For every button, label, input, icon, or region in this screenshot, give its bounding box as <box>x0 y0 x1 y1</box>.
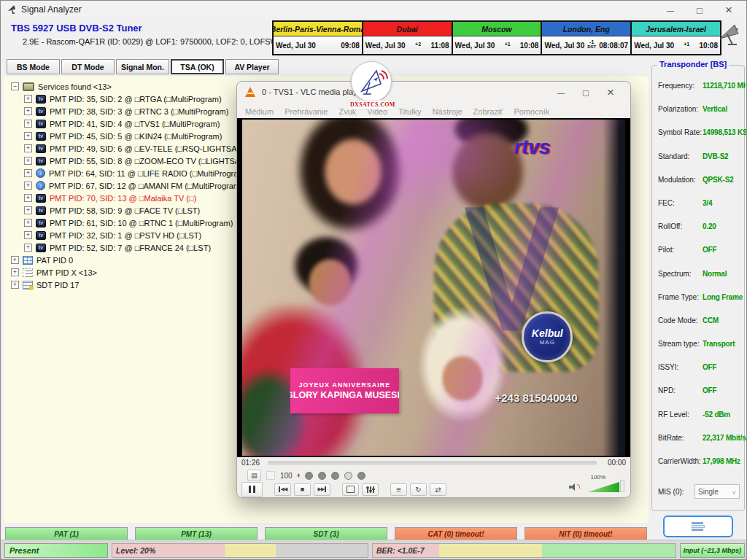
vlc-menu-item[interactable]: Pomocník <box>514 107 549 116</box>
expand-icon[interactable] <box>24 194 32 202</box>
expand-icon[interactable] <box>24 120 32 128</box>
service-type-icon <box>36 231 46 240</box>
speed-stepper[interactable] <box>298 473 300 478</box>
frame-step-icon[interactable] <box>247 470 261 481</box>
mode-tab[interactable]: TSA (OK) <box>171 59 224 74</box>
expand-icon[interactable] <box>24 219 32 227</box>
dxsatcs-caption: DXSATCS.COM <box>349 100 394 109</box>
expand-icon[interactable] <box>11 268 19 276</box>
service-label: PMT PID: 67, SID: 12 @ □AMANI FM (□Multi… <box>49 182 243 190</box>
vlc-close-icon[interactable] <box>598 83 623 102</box>
clock-date: Wed, Jul 30 <box>276 42 316 50</box>
expand-icon[interactable] <box>24 244 32 252</box>
expand-icon[interactable] <box>11 256 19 264</box>
transponder-label: Stream type: <box>658 340 700 348</box>
expand-icon[interactable] <box>24 206 32 214</box>
shuffle-button[interactable] <box>430 483 446 496</box>
status-dot-icon <box>318 472 326 480</box>
expand-icon[interactable] <box>24 144 32 152</box>
clock-utc-offset: +1 <box>684 42 689 47</box>
fullscreen-button[interactable] <box>342 483 359 496</box>
vlc-minimize-icon[interactable] <box>549 83 573 102</box>
expand-icon[interactable] <box>24 169 32 177</box>
volume-percent: 100% <box>591 474 605 481</box>
expand-icon[interactable] <box>24 107 32 115</box>
volume-control[interactable]: 100% <box>569 475 624 493</box>
next-button[interactable] <box>314 483 330 496</box>
expand-icon[interactable] <box>24 182 32 190</box>
transponder-value: Transport <box>703 340 735 348</box>
status-dot-icon <box>344 472 352 480</box>
vlc-menu-item[interactable]: Nástroje <box>433 107 462 116</box>
level-meter: Level: 20% <box>112 543 368 558</box>
playlist-button[interactable] <box>390 483 407 496</box>
vlc-menu-item[interactable]: Médium <box>245 107 274 116</box>
expand-icon[interactable] <box>24 95 32 103</box>
close-icon[interactable] <box>714 1 743 20</box>
loop-checkbox[interactable] <box>266 471 275 480</box>
transponder-row: Symbol Rate: 14998,513 KS/s <box>658 122 743 146</box>
expand-icon[interactable] <box>11 281 19 289</box>
pause-button[interactable] <box>241 482 263 497</box>
dxsatcs-dish-icon <box>351 61 392 102</box>
vlc-video-area[interactable]: rtvs JOYEUX ANNIVERSAIRE GLORY KAPINGA M… <box>237 118 630 457</box>
pid-table-icon <box>23 256 33 265</box>
service-type-icon <box>36 107 46 116</box>
service-type-icon <box>36 157 46 166</box>
app-dish-icon <box>7 4 18 15</box>
banner-line1: JOYEUX ANNIVERSAIRE <box>299 381 391 389</box>
transponder-label: Pilot: <box>658 246 674 254</box>
clock-city: Dubai <box>363 22 452 36</box>
mode-tab[interactable]: DT Mode <box>61 59 115 74</box>
vlc-menu-bar: MédiumPrehrávanieZvukVideoTitulkyNástroj… <box>245 104 623 118</box>
stop-button[interactable] <box>294 483 311 496</box>
volume-slider[interactable] <box>587 482 619 492</box>
clock-column: Dubai Wed, Jul 30 +2 11:08 <box>363 22 453 54</box>
transponder-value: 14998,513 KS/s <box>703 128 747 136</box>
mode-tab[interactable]: AV Player <box>225 59 279 74</box>
banner-line2: GLORY KAPINGA MUSESE <box>290 390 400 400</box>
collapse-icon[interactable] <box>11 82 19 90</box>
loop-button[interactable] <box>410 483 427 496</box>
vlc-menu-item[interactable]: Zobraziť <box>473 107 503 116</box>
mode-tabs: BS ModeDT ModeSignal Mon.TSA (OK)AV Play… <box>7 59 279 74</box>
service-label: PMT PID: 38, SID: 3 @ □RTNC 3 (□MultiPro… <box>50 107 228 116</box>
transponder-label: FEC: <box>658 199 675 207</box>
transponder-value: Vertical <box>703 105 727 113</box>
service-type-icon <box>36 194 46 203</box>
previous-button[interactable] <box>274 483 291 496</box>
transponder-row: Frequency: 11218,710 MHz <box>658 76 743 99</box>
maximize-icon[interactable] <box>685 1 714 20</box>
extended-settings-button[interactable] <box>362 483 379 496</box>
expand-icon[interactable] <box>24 157 32 165</box>
satellite-dish-icon <box>717 23 742 49</box>
table-view-button[interactable] <box>663 516 733 537</box>
transponder-value: 0.20 <box>703 222 716 230</box>
clock-utc-offset: +1 <box>505 42 511 47</box>
signal-present-indicator: Present <box>4 543 108 558</box>
transponder-row: BitRate: 22,317 Mbit/s <box>658 428 743 451</box>
transponder-value: OFF <box>703 246 716 254</box>
time-remaining: 00:00 <box>608 459 626 467</box>
phone-number: +243 815040040 <box>495 392 578 404</box>
vlc-maximize-icon[interactable] <box>573 83 598 102</box>
mode-tab[interactable]: Signal Mon. <box>116 59 169 74</box>
vlc-controls-panel: 01:26 00:00 100 <box>237 457 630 497</box>
minimize-icon[interactable] <box>656 1 685 20</box>
service-label: PMT PID: 41, SID: 4 @ □TVS1 (□MultiProgr… <box>50 120 220 128</box>
window-title: Signal Analyzer <box>21 4 82 15</box>
expand-icon[interactable] <box>24 132 32 140</box>
vlc-menu-item[interactable]: Titulky <box>398 107 421 116</box>
signal-analyzer-window: Signal Analyzer TBS 5927 USB DVB-S2 Tune… <box>0 0 747 560</box>
mis-dropdown[interactable]: Single <box>694 484 740 499</box>
mode-tab[interactable]: BS Mode <box>7 59 60 74</box>
stacked-rows-icon <box>692 522 705 531</box>
transponder-value: Normal <box>703 270 727 278</box>
clock-date: Wed, Jul 30 <box>365 42 406 50</box>
pid-label: SDT PID 17 <box>36 281 80 289</box>
expand-icon[interactable] <box>24 231 32 239</box>
vlc-title-bar[interactable]: 0 - TVS1 - VLC media player <box>237 82 630 104</box>
vlc-menu-item[interactable]: Prehrávanie <box>285 107 328 116</box>
service-type-icon <box>36 168 45 178</box>
seek-slider[interactable] <box>268 462 597 465</box>
